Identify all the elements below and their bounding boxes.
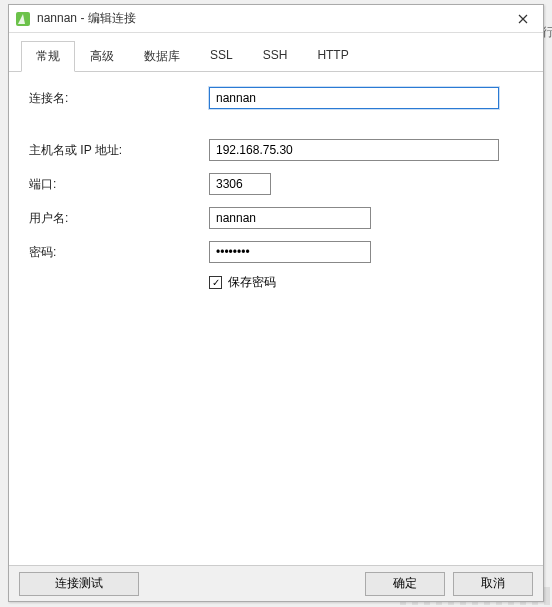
titlebar: nannan - 编辑连接 bbox=[9, 5, 543, 33]
app-icon bbox=[15, 11, 31, 27]
host-input[interactable] bbox=[209, 139, 499, 161]
username-label: 用户名: bbox=[29, 210, 209, 227]
save-password-checkbox[interactable]: ✓ bbox=[209, 276, 222, 289]
password-input[interactable] bbox=[209, 241, 371, 263]
port-input[interactable] bbox=[209, 173, 271, 195]
tab-http[interactable]: HTTP bbox=[302, 41, 363, 72]
connection-name-input[interactable] bbox=[209, 87, 499, 109]
username-input[interactable] bbox=[209, 207, 371, 229]
tab-advanced[interactable]: 高级 bbox=[75, 41, 129, 72]
cancel-button[interactable]: 取消 bbox=[453, 572, 533, 596]
test-connection-button[interactable]: 连接测试 bbox=[19, 572, 139, 596]
edit-connection-dialog: nannan - 编辑连接 常规 高级 数据库 SSL SSH HTTP 连接名… bbox=[8, 4, 544, 602]
port-label: 端口: bbox=[29, 176, 209, 193]
tab-bar: 常规 高级 数据库 SSL SSH HTTP bbox=[9, 33, 543, 72]
tab-ssl[interactable]: SSL bbox=[195, 41, 248, 72]
tab-database[interactable]: 数据库 bbox=[129, 41, 195, 72]
tab-ssh[interactable]: SSH bbox=[248, 41, 303, 72]
form-area: 连接名: 主机名或 IP 地址: 端口: 用户名: 密码: bbox=[9, 72, 543, 565]
host-label: 主机名或 IP 地址: bbox=[29, 142, 209, 159]
ok-button[interactable]: 确定 bbox=[365, 572, 445, 596]
password-label: 密码: bbox=[29, 244, 209, 261]
window-title: nannan - 编辑连接 bbox=[37, 10, 503, 27]
connection-name-label: 连接名: bbox=[29, 90, 209, 107]
close-button[interactable] bbox=[503, 5, 543, 33]
dialog-footer: 连接测试 确定 取消 bbox=[9, 565, 543, 601]
tab-general[interactable]: 常规 bbox=[21, 41, 75, 72]
save-password-label: 保存密码 bbox=[228, 274, 276, 291]
